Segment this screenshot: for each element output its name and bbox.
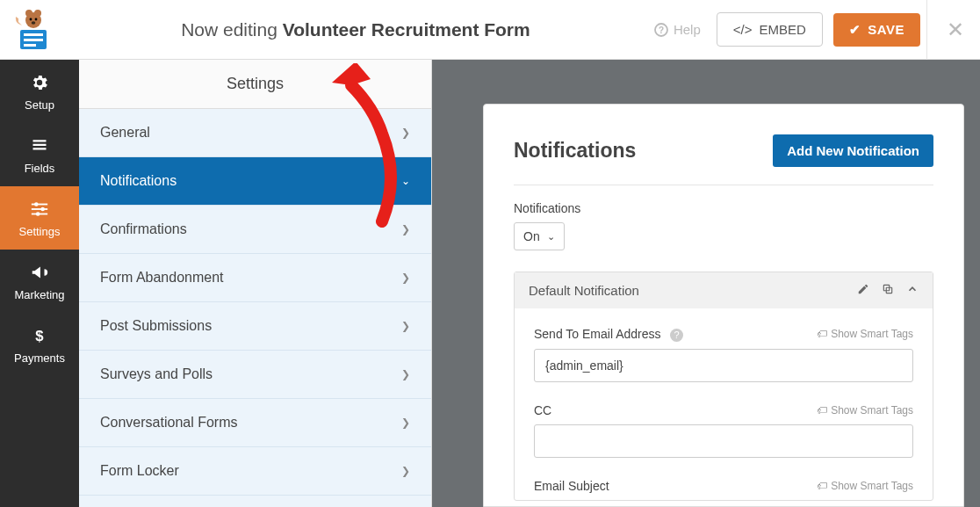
subject-label: Email Subject bbox=[534, 479, 609, 493]
svg-point-20 bbox=[36, 212, 40, 216]
topbar: Now editing Volunteer Recruitment Form ?… bbox=[0, 0, 980, 60]
wpforms-logo bbox=[9, 8, 57, 52]
close-icon[interactable]: ✕ bbox=[947, 18, 964, 42]
gear-icon bbox=[29, 72, 50, 93]
svg-point-1 bbox=[25, 10, 32, 17]
card-title: Notifications bbox=[514, 139, 636, 163]
settings-notifications[interactable]: Notifications⌄ bbox=[79, 157, 431, 206]
svg-point-3 bbox=[29, 18, 32, 20]
send-to-input[interactable] bbox=[534, 349, 913, 382]
sliders-icon bbox=[29, 199, 50, 220]
nav-setup[interactable]: Setup bbox=[0, 60, 79, 123]
dollar-icon: $ bbox=[29, 325, 50, 346]
svg-rect-13 bbox=[33, 143, 47, 145]
svg-rect-7 bbox=[24, 33, 43, 36]
svg-rect-8 bbox=[24, 39, 43, 41]
chevron-up-icon[interactable] bbox=[906, 283, 919, 298]
settings-surveys-polls[interactable]: Surveys and Polls❯ bbox=[79, 351, 431, 399]
svg-point-18 bbox=[40, 206, 45, 211]
chevron-right-icon: ❯ bbox=[401, 223, 410, 235]
edit-icon[interactable] bbox=[857, 283, 869, 298]
help-link[interactable]: ? Help bbox=[654, 22, 701, 37]
nav-fields[interactable]: Fields bbox=[0, 123, 79, 186]
save-button[interactable]: ✔ SAVE bbox=[833, 13, 920, 47]
cc-label: CC bbox=[534, 403, 551, 417]
chevron-right-icon: ❯ bbox=[401, 465, 410, 477]
svg-text:?: ? bbox=[659, 25, 664, 35]
settings-post-submissions[interactable]: Post Submissions❯ bbox=[79, 302, 431, 351]
embed-button[interactable]: </> EMBED bbox=[717, 12, 823, 47]
smart-tags-link[interactable]: 🏷 Show Smart Tags bbox=[817, 480, 913, 492]
title-prefix: Now editing bbox=[181, 19, 277, 40]
check-icon: ✔ bbox=[849, 22, 861, 38]
chevron-right-icon: ❯ bbox=[401, 272, 410, 284]
page-title: Now editing Volunteer Recruitment Form bbox=[68, 19, 644, 40]
chevron-down-icon: ⌄ bbox=[401, 175, 410, 187]
nav-settings[interactable]: Settings bbox=[0, 186, 79, 250]
smart-tags-link[interactable]: 🏷 Show Smart Tags bbox=[817, 404, 913, 416]
settings-conversational-forms[interactable]: Conversational Forms❯ bbox=[79, 399, 431, 447]
settings-confirmations[interactable]: Confirmations❯ bbox=[79, 206, 431, 254]
subpanel-header: Settings bbox=[79, 60, 431, 109]
smart-tags-link[interactable]: 🏷 Show Smart Tags bbox=[817, 328, 913, 340]
notification-item: Default Notification Send To Email Addre… bbox=[514, 272, 933, 501]
send-to-label: Send To Email Address bbox=[534, 327, 661, 341]
settings-form-locker[interactable]: Form Locker❯ bbox=[79, 447, 431, 496]
chevron-right-icon: ❯ bbox=[401, 127, 410, 139]
add-notification-button[interactable]: Add New Notification bbox=[773, 134, 933, 167]
svg-rect-9 bbox=[24, 44, 36, 47]
help-icon[interactable]: ? bbox=[670, 329, 683, 342]
svg-rect-17 bbox=[32, 208, 47, 210]
nav-marketing[interactable]: Marketing bbox=[0, 250, 79, 313]
nav-payments[interactable]: $ Payments bbox=[0, 313, 79, 376]
settings-form-abandonment[interactable]: Form Abandonment❯ bbox=[79, 254, 431, 302]
list-icon bbox=[29, 135, 50, 156]
svg-text:$: $ bbox=[35, 327, 44, 344]
notification-header[interactable]: Default Notification bbox=[515, 272, 933, 308]
chevron-right-icon: ❯ bbox=[401, 320, 410, 332]
svg-point-16 bbox=[34, 202, 39, 206]
svg-rect-14 bbox=[33, 148, 47, 149]
chevron-right-icon: ❯ bbox=[401, 416, 410, 429]
notifications-toggle[interactable]: On ⌄ bbox=[514, 222, 565, 250]
settings-general[interactable]: General❯ bbox=[79, 109, 431, 157]
svg-point-5 bbox=[31, 21, 35, 24]
svg-rect-15 bbox=[32, 203, 47, 205]
main-content: Notifications Add New Notification Notif… bbox=[432, 60, 980, 507]
chevron-right-icon: ❯ bbox=[401, 368, 410, 380]
code-icon: </> bbox=[733, 22, 753, 37]
cc-input[interactable] bbox=[534, 424, 913, 458]
tag-icon: 🏷 bbox=[817, 404, 827, 416]
notification-name: Default Notification bbox=[529, 283, 639, 298]
svg-rect-12 bbox=[33, 140, 47, 141]
chevron-down-icon: ⌄ bbox=[547, 231, 555, 243]
svg-point-2 bbox=[34, 10, 41, 17]
svg-point-4 bbox=[34, 18, 37, 20]
notifications-toggle-label: Notifications bbox=[514, 201, 933, 215]
settings-subpanel: Settings General❯ Notifications⌄ Confirm… bbox=[79, 60, 432, 507]
tag-icon: 🏷 bbox=[817, 328, 827, 340]
form-name: Volunteer Recruitment Form bbox=[283, 19, 530, 40]
tag-icon: 🏷 bbox=[817, 480, 827, 492]
notifications-card: Notifications Add New Notification Notif… bbox=[483, 104, 964, 507]
bullhorn-icon bbox=[29, 262, 50, 283]
main-nav: Setup Fields Settings Marketing $ Paymen… bbox=[0, 60, 79, 507]
copy-icon[interactable] bbox=[882, 283, 894, 298]
